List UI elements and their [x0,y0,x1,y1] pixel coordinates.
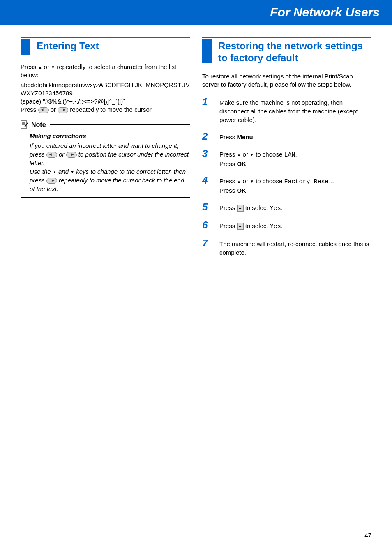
page-number: 47 [364,532,371,539]
text-fragment: Yes [270,205,281,212]
right-arrow-icon [58,107,68,113]
step-number: 5 [202,202,219,213]
text-fragment: Yes [270,223,281,230]
note-section: Note Making corrections If you entered a… [21,120,190,198]
step-item: 2Press Menu. [202,131,371,141]
down-triangle-icon: ▼ [250,152,254,157]
step-text: Press ▲ or ▼ to choose Factory Reset.Pre… [219,175,334,195]
text-fragment: Factory Reset [284,178,332,185]
plus-button-icon: + [237,205,244,212]
right-arrow-icon [46,178,57,184]
text-fragment: Press [219,160,237,167]
text-fragment: Press [219,151,237,158]
text-fragment: or [241,151,250,158]
charset-line1: abcdefghijklmnopqrstuvwxyzABCDEFGHIJKLMN… [21,81,190,98]
left-arrow-icon [46,152,57,158]
text-fragment: Make sure the machine is not operating, … [219,99,358,123]
text-fragment: OK [237,187,247,194]
step-item: 6Press + to select Yes. [202,220,371,231]
text-fragment: to select [244,204,270,211]
banner-title: For Network Users [270,5,380,19]
text-fragment: . [246,160,248,167]
step-number: 4 [202,175,219,195]
note-header: Note [21,120,190,129]
step-number: 3 [202,149,219,168]
down-triangle-icon: ▼ [250,179,254,184]
blue-tab-icon [21,39,30,55]
text-fragment: or [42,63,51,70]
content-area: Entering Text Press ▲ or ▼ repeatedly to… [0,25,392,264]
text-fragment: repeatedly to move the cursor. [68,106,153,113]
text-fragment: Press [219,134,237,140]
text-fragment: or [57,151,66,158]
up-triangle-icon: ▲ [237,179,241,184]
blue-tab-icon [202,39,212,63]
text-fragment: Press [219,177,237,184]
plus-button-icon: + [237,223,244,230]
note-para1: If you entered an incorrect letter and w… [30,141,190,167]
up-triangle-icon: ▲ [38,65,42,69]
step-text: Press + to select Yes. [219,220,283,231]
text-fragment: Menu [237,134,253,140]
text-fragment: LAN [284,152,295,159]
text-fragment: Press [219,222,237,229]
step-text: Make sure the machine is not operating, … [219,97,371,124]
text-fragment: . [281,204,283,211]
text-fragment: or [241,177,250,184]
note-body: Making corrections If you entered an inc… [21,131,190,193]
step-text: The machine will restart, re-connect cab… [219,238,371,257]
note-bottom-rule [21,197,190,198]
step-item: 5Press + to select Yes. [202,202,371,213]
text-fragment: and [57,168,70,175]
step-list: 1Make sure the machine is not operating,… [202,97,371,257]
section-title-left: Entering Text [37,39,99,52]
step-number: 7 [202,238,219,257]
note-pencil-icon [21,120,29,129]
page-banner: For Network Users [0,0,392,25]
text-fragment: Press [21,63,38,70]
step-item: 1Make sure the machine is not operating,… [202,97,371,124]
step-number: 2 [202,131,219,141]
down-triangle-icon: ▼ [51,65,55,69]
entering-text-para1: Press ▲ or ▼ repeatedly to select a char… [21,63,190,80]
section-header-left: Entering Text [21,37,190,55]
text-fragment: Use the [30,168,53,175]
section-header-right: Restoring the network settings to factor… [202,37,371,64]
text-fragment: OK [237,160,247,167]
right-arrow-icon [66,152,77,158]
section-title-right: Restoring the network settings to factor… [218,39,371,64]
text-fragment: . [295,151,297,158]
text-fragment: . [281,222,283,229]
text-fragment: Press [219,204,237,211]
note-para2: Use the ▲ and ▼ keys to change to the co… [30,167,190,193]
right-column: Restoring the network settings to factor… [202,37,371,264]
text-fragment: . [246,187,248,194]
entering-text-para2: Press or repeatedly to move the cursor. [21,106,190,114]
text-fragment: Press [21,106,38,113]
left-arrow-icon [38,107,49,113]
text-fragment: . [253,134,255,140]
text-fragment: . [332,177,334,184]
up-triangle-icon: ▲ [237,152,241,157]
text-fragment: to choose [254,151,284,158]
up-triangle-icon: ▲ [53,170,57,174]
step-item: 4Press ▲ or ▼ to choose Factory Reset.Pr… [202,175,371,195]
step-text: Press ▲ or ▼ to choose LAN.Press OK. [219,149,297,168]
svg-rect-0 [21,121,27,128]
step-text: Press + to select Yes. [219,202,283,213]
restore-intro: To restore all network settings of the i… [202,72,371,89]
note-label: Note [31,121,46,129]
down-triangle-icon: ▼ [70,170,74,174]
step-number: 1 [202,97,219,124]
left-column: Entering Text Press ▲ or ▼ repeatedly to… [21,37,190,264]
text-fragment: to select [244,222,270,229]
text-fragment: to choose [254,177,284,184]
step-number: 6 [202,220,219,231]
text-fragment: The machine will restart, re-connect cab… [219,240,369,256]
text-fragment: Press [219,187,237,194]
note-subtitle: Making corrections [30,131,190,140]
step-item: 3Press ▲ or ▼ to choose LAN.Press OK. [202,149,371,168]
charset-line2: (space)!"#$%&'()*+,-./:;<=>?@[\]^_`{|}˜ [21,97,190,106]
step-item: 7The machine will restart, re-connect ca… [202,238,371,257]
text-fragment: or [49,106,58,113]
